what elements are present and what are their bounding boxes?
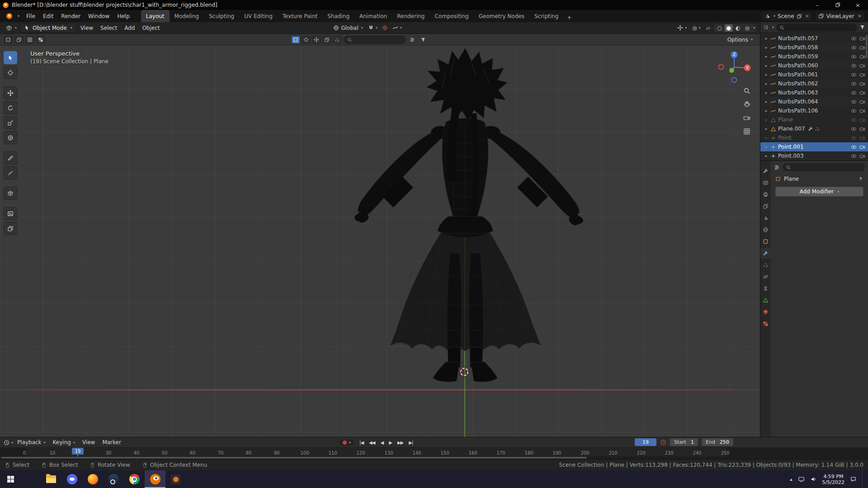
outliner-item[interactable]: ▸Plane.007 bbox=[760, 124, 868, 133]
properties-editor-icon[interactable] bbox=[774, 164, 780, 170]
disable-render-icon[interactable] bbox=[859, 153, 865, 159]
workspace-tab-animation[interactable]: Animation bbox=[354, 10, 392, 22]
properties-tab-output[interactable] bbox=[760, 189, 771, 200]
disclosure-icon[interactable]: ▸ bbox=[764, 36, 769, 41]
disclosure-icon[interactable]: ▸ bbox=[764, 108, 769, 113]
outliner-editor-icon[interactable] bbox=[763, 24, 769, 30]
current-frame-field[interactable]: 19 bbox=[635, 438, 656, 446]
tool-measure[interactable] bbox=[4, 166, 17, 179]
transform-orientation-dropdown[interactable]: Global ▾ bbox=[331, 24, 365, 32]
tool-setting-button-4[interactable] bbox=[322, 36, 331, 44]
select-mode-intersect-button[interactable] bbox=[36, 36, 45, 44]
disclosure-icon[interactable]: ▸ bbox=[764, 54, 769, 59]
proportional-falloff-dropdown[interactable]: ▾ bbox=[391, 24, 404, 32]
select-mode-new-button[interactable] bbox=[4, 36, 13, 44]
discord-icon[interactable] bbox=[61, 470, 82, 488]
outliner-search-field[interactable] bbox=[776, 23, 857, 32]
action-center-icon[interactable] bbox=[850, 476, 857, 483]
tray-chevron-icon[interactable]: ▴ bbox=[790, 477, 793, 482]
filter-funnel-icon[interactable] bbox=[859, 24, 865, 30]
properties-tab-render[interactable] bbox=[760, 177, 771, 188]
menu-playback[interactable]: Playback▾ bbox=[14, 438, 49, 446]
tool-cursor[interactable] bbox=[4, 66, 17, 79]
show-overlays-toggle[interactable]: ◎ ▾ bbox=[690, 24, 703, 32]
gizmo-y-handle[interactable] bbox=[729, 68, 734, 73]
properties-search-field[interactable] bbox=[783, 163, 865, 171]
options-button[interactable]: Options ▾ bbox=[724, 36, 756, 44]
volume-icon[interactable] bbox=[810, 476, 817, 483]
firefox-icon[interactable] bbox=[82, 470, 103, 488]
jump-to-end-button[interactable]: ▶| bbox=[406, 440, 415, 446]
blender-app-menu[interactable]: ▾ bbox=[4, 10, 22, 22]
pin-icon[interactable] bbox=[858, 176, 863, 182]
menu-object[interactable]: Object bbox=[139, 24, 163, 32]
shading-solid-button[interactable]: ● bbox=[725, 24, 733, 32]
outliner-item[interactable]: ▸NurbsPath.060 bbox=[760, 61, 868, 70]
disable-render-icon[interactable] bbox=[859, 54, 865, 60]
auto-keyframe-button[interactable]: ▾ bbox=[340, 440, 354, 446]
disclosure-icon[interactable]: ▸ bbox=[764, 90, 769, 95]
jump-to-start-button[interactable]: |◀ bbox=[357, 440, 366, 446]
hide-eye-icon[interactable] bbox=[851, 36, 857, 42]
hide-eye-icon[interactable] bbox=[851, 126, 857, 132]
hide-eye-icon[interactable] bbox=[851, 144, 857, 150]
remove-viewlayer-icon[interactable]: × bbox=[858, 13, 862, 19]
viewport-canvas[interactable]: User Perspective (19) Scene Collection |… bbox=[0, 46, 760, 437]
menu-view[interactable]: View bbox=[79, 438, 98, 446]
disable-render-icon[interactable] bbox=[859, 144, 865, 150]
tool-annotate[interactable] bbox=[4, 151, 17, 164]
outliner-item[interactable]: ▸NurbsPath.061 bbox=[760, 70, 868, 79]
properties-tab-world[interactable] bbox=[760, 224, 771, 235]
hide-eye-icon[interactable] bbox=[851, 81, 857, 87]
gizmo-minus-x-handle[interactable] bbox=[719, 65, 724, 70]
outliner-item[interactable]: ▸NurbsPath.106 bbox=[760, 106, 868, 115]
viewlayer-selector[interactable]: ViewLayer × bbox=[816, 12, 864, 20]
tool-extra-1[interactable] bbox=[4, 207, 17, 220]
play-reverse-button[interactable]: ◀ bbox=[378, 440, 386, 446]
hide-eye-icon[interactable] bbox=[851, 45, 857, 51]
tool-setting-button-2[interactable] bbox=[302, 36, 311, 44]
disable-render-icon[interactable] bbox=[859, 99, 865, 105]
end-frame-field[interactable]: End 250 bbox=[702, 438, 733, 446]
playhead[interactable]: 19 bbox=[72, 448, 84, 457]
tool-add-cube[interactable] bbox=[4, 187, 17, 200]
workspace-tab-rendering[interactable]: Rendering bbox=[392, 10, 429, 22]
outliner-item[interactable]: ▸Plane bbox=[760, 115, 868, 124]
menu-window[interactable]: Window bbox=[85, 12, 113, 21]
properties-tab-physics[interactable] bbox=[760, 271, 771, 282]
prev-keyframe-button[interactable]: ◀◀ bbox=[367, 440, 377, 446]
disclosure-icon[interactable]: ▸ bbox=[764, 136, 769, 140]
tool-transform[interactable] bbox=[4, 131, 17, 144]
filter-settings-button[interactable] bbox=[408, 36, 417, 43]
blender-taskbar-icon[interactable] bbox=[145, 470, 165, 488]
workspace-tab-texture-paint[interactable]: Texture Paint bbox=[278, 10, 322, 22]
outliner-item[interactable]: ▸Point bbox=[760, 133, 868, 142]
show-gizmo-toggle[interactable]: ▾ bbox=[675, 24, 689, 32]
steam-icon[interactable] bbox=[103, 470, 124, 488]
filter-button[interactable] bbox=[419, 36, 428, 43]
menu-view[interactable]: View bbox=[77, 24, 96, 32]
properties-tab-scene[interactable] bbox=[760, 212, 771, 223]
start-button[interactable] bbox=[0, 470, 21, 488]
menu-help[interactable]: Help bbox=[113, 12, 133, 21]
properties-tab-viewlayer[interactable] bbox=[760, 201, 771, 211]
tool-move[interactable] bbox=[4, 86, 17, 99]
timeline-editor-icon[interactable] bbox=[4, 440, 9, 446]
add-modifier-button[interactable]: Add Modifier ▾ bbox=[775, 187, 863, 197]
maximize-button[interactable] bbox=[827, 0, 848, 10]
menu-marker[interactable]: Marker bbox=[99, 438, 124, 446]
hide-eye-icon[interactable] bbox=[851, 54, 857, 60]
close-button[interactable]: × bbox=[848, 0, 868, 10]
tool-select-box[interactable] bbox=[4, 51, 17, 64]
network-icon[interactable] bbox=[798, 476, 805, 483]
menu-edit[interactable]: Edit bbox=[39, 12, 57, 21]
shading-wireframe-button[interactable]: ○ bbox=[715, 24, 723, 32]
start-frame-field[interactable]: Start 1 bbox=[670, 438, 698, 446]
outliner-item[interactable]: ▸NurbsPath.059 bbox=[760, 52, 868, 61]
snap-toggle[interactable]: ▾ bbox=[366, 24, 379, 32]
chrome-icon[interactable] bbox=[124, 470, 145, 488]
navigation-gizmo[interactable]: Z X bbox=[717, 50, 751, 84]
zoom-icon[interactable] bbox=[743, 87, 750, 94]
workspace-tab-layout[interactable]: Layout bbox=[141, 10, 170, 22]
outliner-scrollbar[interactable] bbox=[866, 35, 868, 58]
